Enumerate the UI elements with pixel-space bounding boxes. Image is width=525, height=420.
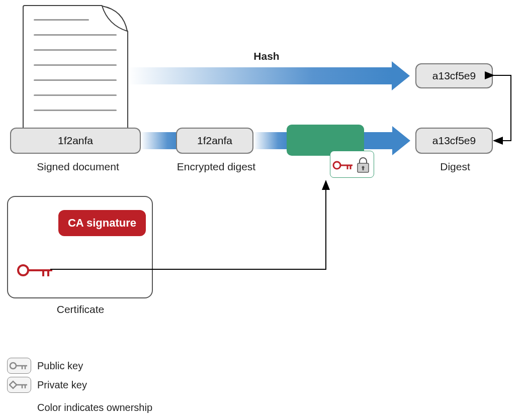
document-icon [23,5,128,131]
hash-arrow [128,67,410,84]
private-key-icon [9,380,29,390]
certificate-caption: Certificate [45,303,116,316]
document-line [34,19,89,21]
encrypted-digest-caption: Encrypted digest [166,161,267,173]
svg-point-7 [18,265,28,275]
legend-public-label: Public key [37,360,83,372]
document-line [34,79,117,81]
certificate-panel: CA signature [7,196,153,298]
diagram-stage: Hash a13cf5e9 1f2anfa Signed document 1f… [0,0,525,420]
key-icon [332,159,355,171]
legend-note: Color indicates ownership [37,402,152,413]
keylock-panel [330,151,374,178]
document-line [34,64,117,66]
legend-public-key-icon [7,358,31,374]
document-line [34,49,117,51]
key-icon [16,262,56,278]
svg-point-0 [333,162,340,169]
digest-top-box: a13cf5e9 [415,63,493,88]
lock-icon [356,156,371,173]
document-line [34,110,117,111]
arrow-stub-1 [141,132,179,149]
legend-private-key-icon [7,377,31,393]
document-line [34,34,117,36]
document-fold-icon [23,5,128,131]
hash-label: Hash [216,50,317,62]
key-icon [9,361,29,371]
digest-bottom-box: a13cf5e9 [415,128,493,154]
svg-rect-15 [10,381,17,388]
digest-caption: Digest [432,161,478,173]
encrypted-digest-box: 1f2anfa [176,128,253,154]
svg-point-11 [10,363,16,369]
ca-signature-badge: CA signature [58,210,146,236]
arrow-to-digest [364,132,410,149]
arrow-stub-2 [253,132,289,149]
signed-doc-value-box: 1f2anfa [10,128,141,154]
svg-rect-6 [363,168,364,170]
document-line [34,94,117,96]
legend-private-label: Private key [37,379,87,391]
signed-doc-caption: Signed document [23,161,133,173]
